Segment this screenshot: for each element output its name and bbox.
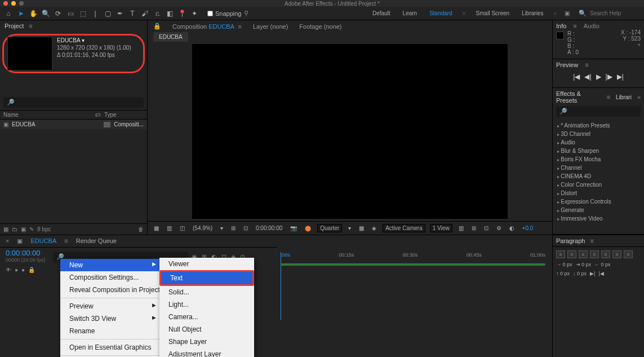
work-area-bar[interactable] [281,263,545,266]
direction-ltr-icon[interactable]: ▶| [590,271,595,276]
submenu-item-text[interactable]: Text [159,270,254,286]
comp-tab-educba[interactable]: EDUCBA [153,32,188,42]
resolution-icon[interactable]: ⊞ [229,225,237,231]
col-type-header[interactable]: Type [104,112,144,118]
channels-icon[interactable]: ▥ [165,225,174,231]
next-frame-icon[interactable]: |▶ [606,73,612,81]
workspace-standard[interactable]: Standard [427,10,455,16]
justify-all-icon[interactable]: ≡ [624,250,633,258]
justify-center-icon[interactable]: ≡ [601,250,610,258]
timeline-ruler[interactable]: :00s 00:15s 00:30s 00:45s 01:00s [281,252,545,262]
last-frame-icon[interactable]: ▶| [617,73,624,81]
align-right-icon[interactable]: ≡ [579,250,588,258]
menu-item-reveal-comp[interactable]: Reveal Composition in Project [60,284,159,296]
submenu-item-null[interactable]: Null Object [159,323,254,336]
timeline-track-area[interactable]: :00s 00:15s 00:30s 00:45s 01:00s [277,235,552,357]
panel-menu-icon[interactable]: ≡ [590,237,593,244]
pixel-aspect-icon[interactable]: ▥ [457,225,465,231]
ep-cat-3d-channel[interactable]: 3D Channel [556,130,641,138]
ep-cat-color-correction[interactable]: Color Correction [556,180,641,189]
ep-cat-immersive[interactable]: Immersive Video [556,214,641,223]
timeline-tab-render-queue[interactable]: Render Queue [76,237,117,245]
playhead[interactable] [281,252,281,320]
search-help[interactable]: 🔍 [579,10,641,17]
paragraph-tab[interactable]: Paragraph [556,237,585,244]
search-help-input[interactable] [590,10,641,16]
snapping-options-icon[interactable]: ⚲ [244,10,248,17]
workspace-smallscreen[interactable]: Small Screen [474,10,512,16]
zoom-dropdown-icon[interactable]: ▾ [219,225,225,231]
exposure-value[interactable]: +0.0 [521,225,535,231]
effects-presets-tab[interactable]: Effects & Presets [556,90,601,104]
delete-icon[interactable]: 🗑 [138,226,144,232]
project-settings-icon[interactable]: ✎ [29,226,34,232]
panel-menu-icon[interactable]: ≡ [238,23,242,30]
justify-right-icon[interactable]: ≡ [612,250,621,258]
lock-icon[interactable]: 🔒 [153,23,161,30]
workspace-learn[interactable]: Learn [401,10,420,16]
hand-tool-icon[interactable]: ✋ [28,8,38,19]
orbit-tool-icon[interactable]: ⟳ [53,8,63,19]
align-left-icon[interactable]: ≡ [556,250,565,258]
menu-item-switch-3d[interactable]: Switch 3D View [60,312,159,325]
fast-previews-icon[interactable]: ⊞ [470,225,478,231]
ep-cat-blur-sharpen[interactable]: Blur & Sharpen [556,147,641,155]
maximize-window-icon[interactable] [19,1,24,6]
timeline-tab-educba[interactable]: EDUCBA [30,237,56,245]
draft3d-icon[interactable]: ◈ [370,225,378,231]
menu-item-comp-settings[interactable]: Composition Settings... [60,271,159,284]
justify-left-icon[interactable]: ≡ [590,250,599,258]
submenu-item-shape[interactable]: Shape Layer [159,336,254,348]
panel-menu-icon[interactable]: ≡ [585,61,588,68]
viewer-canvas[interactable] [192,44,508,219]
first-frame-icon[interactable]: |◀ [573,73,580,81]
panel-menu-icon[interactable]: ≡ [64,237,68,245]
space-before-value[interactable]: ↑ 0 px [556,271,570,276]
project-search[interactable]: 🔎 [3,97,144,108]
project-item-educba[interactable]: ▣ EDUCBA Compositi... [0,120,147,129]
ep-cat-distort[interactable]: Distort [556,189,641,197]
indent-first-value[interactable]: ⇥ 0 px [576,262,592,267]
roto-tool-icon[interactable]: ⬚ [78,8,88,19]
submenu-item-camera[interactable]: Camera... [159,311,254,323]
ep-cat-expression[interactable]: Expression Controls [556,197,641,206]
snapping-toggle[interactable]: Snapping ⚲ [207,10,248,17]
libraries-tab[interactable]: Librari [616,94,632,100]
ep-cat-audio[interactable]: Audio [556,138,641,147]
panel-menu-icon[interactable]: ≡ [29,23,32,29]
mask-icon[interactable]: ▦ [152,225,161,231]
brush-tool-icon[interactable]: 🖌 [140,8,150,19]
transparency-grid-icon[interactable]: ◫ [178,225,186,231]
new-comp-icon[interactable]: ▣ [21,226,26,232]
panel-menu-icon[interactable]: ≡ [573,23,576,29]
indent-right-value[interactable]: ← 0 px [594,262,611,267]
submenu-item-viewer[interactable]: Viewer [159,258,254,270]
close-tab-icon[interactable]: × [6,237,9,245]
new-folder-icon[interactable]: 🗀 [12,226,17,232]
menu-item-new[interactable]: New [60,259,159,271]
submenu-item-light[interactable]: Light... [159,298,254,311]
show-channel-icon[interactable]: ⬤ [303,225,313,231]
prev-frame-icon[interactable]: ◀| [584,73,591,81]
minimize-window-icon[interactable] [11,1,16,6]
preview-tab[interactable]: Preview [556,61,578,68]
workspace-edit-icon[interactable]: ▣ [565,10,570,16]
guides-icon[interactable]: ⊡ [242,225,250,231]
workspace-default[interactable]: Default [370,10,393,16]
shape-tool-icon[interactable]: ▢ [103,8,113,19]
rectangle-tool-icon[interactable]: ▭ [65,8,75,19]
space-after-value[interactable]: ↓ 0 px [573,271,587,276]
camera-select[interactable]: Active Camera [383,224,425,232]
zoom-level[interactable]: (54.9%) [191,225,214,231]
direction-rtl-icon[interactable]: |◀ [598,271,603,276]
current-time[interactable]: 0:00:00:00 [254,225,284,231]
effects-search[interactable]: 🔎 [556,106,641,117]
project-item-tag[interactable] [104,122,110,127]
local-axis-icon[interactable]: ✦ [189,8,199,19]
view-select[interactable]: 1 View [430,224,452,232]
puppet-tool-icon[interactable]: 📍 [177,8,187,19]
footage-none-label[interactable]: Footage (none) [299,23,341,30]
ep-cat-generate[interactable]: Generate [556,206,641,214]
region-icon[interactable]: ▾ [347,225,353,231]
panel-menu-icon[interactable]: ≡ [607,94,610,100]
